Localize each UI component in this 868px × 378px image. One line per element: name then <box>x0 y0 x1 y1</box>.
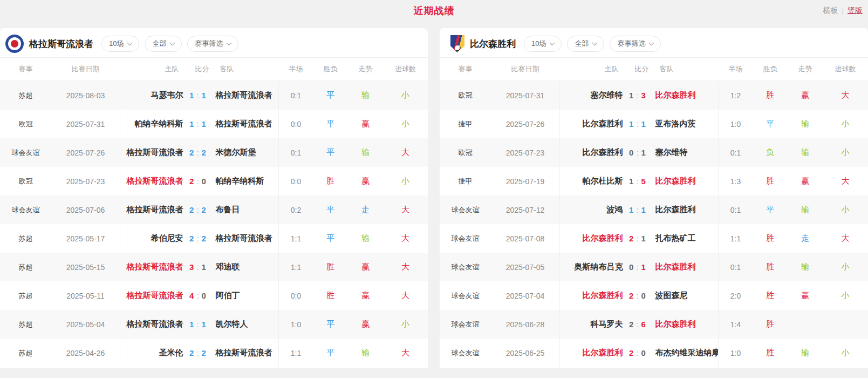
table-row[interactable]: 欧冠2025-07-23比尔森胜利0:1塞尔维特0:1负输小 <box>440 138 868 167</box>
table-row[interactable]: 球会友谊2025-07-12波鸿1:1比尔森胜利0:1平输小 <box>440 195 868 224</box>
away-team[interactable]: 邓迪联 <box>213 262 279 272</box>
home-team[interactable]: 格拉斯哥流浪者 <box>120 147 183 158</box>
away-team[interactable]: 米德尔斯堡 <box>213 147 279 158</box>
home-team[interactable]: 格拉斯哥流浪者 <box>120 319 183 329</box>
away-team[interactable]: 亚布洛内茨 <box>652 119 719 129</box>
home-team[interactable]: 格拉斯哥流浪者 <box>120 291 183 301</box>
away-team[interactable]: 格拉斯哥流浪者 <box>213 119 279 129</box>
table-row[interactable]: 球会友谊2025-07-08比尔森胜利2:1扎布热矿工1:1胜走大 <box>440 224 868 253</box>
home-team[interactable]: 马瑟韦尔 <box>120 90 183 100</box>
away-team[interactable]: 格拉斯哥流浪者 <box>213 90 279 100</box>
away-team[interactable]: 布杰约维采迪纳摩 <box>652 348 719 358</box>
home-team[interactable]: 科马罗夫 <box>560 319 623 329</box>
result-cell: 胜 <box>753 348 788 358</box>
table-row[interactable]: 欧冠2025-07-23格拉斯哥流浪者2:0帕纳辛纳科斯0:0胜赢小 <box>0 167 428 195</box>
match-cell: 帕纳辛纳科斯1:1格拉斯哥流浪者 <box>120 110 279 138</box>
table-row[interactable]: 苏超2025-05-17希伯尼安2:2格拉斯哥流浪者1:1平输大 <box>0 224 428 253</box>
layout-link-horizontal[interactable]: 横板 <box>823 6 838 16</box>
table-row[interactable]: 球会友谊2025-07-26格拉斯哥流浪者2:2米德尔斯堡0:1平输大 <box>0 138 428 167</box>
home-team[interactable]: 比尔森胜利 <box>560 147 623 158</box>
trend-cell: 输 <box>788 262 823 272</box>
date-cell: 2025-05-04 <box>51 320 120 329</box>
home-team[interactable]: 帕尔杜比斯 <box>560 176 623 186</box>
table-row[interactable]: 苏超2025-04-26圣米伦2:2格拉斯哥流浪者1:1平输大 <box>0 339 428 367</box>
trend-cell: 输 <box>788 205 823 215</box>
result-cell: 胜 <box>313 291 348 301</box>
goals-cell: 小 <box>383 319 428 329</box>
goals-cell: 大 <box>383 348 428 358</box>
competition-filter-dropdown[interactable]: 赛事筛选 <box>610 36 661 52</box>
layout-link-vertical[interactable]: 竖版 <box>848 6 863 16</box>
trend-cell: 输 <box>788 147 823 158</box>
table-row[interactable]: 球会友谊2025-06-28科马罗夫2:6比尔森胜利1:4胜 <box>440 310 868 339</box>
score: 1:1 <box>183 119 213 129</box>
away-team[interactable]: 比尔森胜利 <box>652 319 719 329</box>
home-team[interactable]: 奥斯纳布吕克 <box>560 262 623 272</box>
result-cell: 平 <box>753 119 788 129</box>
home-team[interactable]: 格拉斯哥流浪者 <box>120 176 183 186</box>
table-body: 欧冠2025-07-31塞尔维特1:3比尔森胜利1:2胜赢大捷甲2025-07-… <box>440 81 868 367</box>
table-row[interactable]: 球会友谊2025-07-04比尔森胜利2:0波图森尼2:0胜赢小 <box>440 281 868 310</box>
table-row[interactable]: 球会友谊2025-06-25比尔森胜利2:0布杰约维采迪纳摩1:0胜输小 <box>440 339 868 367</box>
home-team[interactable]: 格拉斯哥流浪者 <box>120 262 183 272</box>
home-team[interactable]: 塞尔维特 <box>560 90 623 100</box>
away-team[interactable]: 阿伯丁 <box>213 291 279 301</box>
table-row[interactable]: 捷甲2025-07-26比尔森胜利1:1亚布洛内茨1:0平输小 <box>440 110 868 138</box>
home-team[interactable]: 格拉斯哥流浪者 <box>120 205 183 215</box>
plzen-crest-icon <box>450 35 464 53</box>
away-team[interactable]: 扎布热矿工 <box>652 233 719 244</box>
table-row[interactable]: 球会友谊2025-07-05奥斯纳布吕克0:1比尔森胜利0:1胜输小 <box>440 253 868 281</box>
half-score-cell: 1:0 <box>719 349 753 357</box>
panel-header: 比尔森胜利 10场 全部 赛事筛选 <box>440 28 868 58</box>
competition-filter-dropdown[interactable]: 赛事筛选 <box>187 36 238 52</box>
venue-filter-dropdown[interactable]: 全部 <box>567 36 604 52</box>
home-team[interactable]: 比尔森胜利 <box>560 233 623 244</box>
matches-count-dropdown[interactable]: 10场 <box>101 36 139 52</box>
goals-cell: 小 <box>823 262 868 272</box>
home-team[interactable]: 波鸿 <box>560 205 623 215</box>
competition-cell: 苏超 <box>0 348 51 358</box>
away-team[interactable]: 凯尔特人 <box>213 319 279 329</box>
home-team[interactable]: 希伯尼安 <box>120 233 183 244</box>
trend-cell: 输 <box>348 348 383 358</box>
table-row[interactable]: 苏超2025-05-15格拉斯哥流浪者3:1邓迪联1:1胜赢大 <box>0 253 428 281</box>
rangers-crest-icon <box>5 35 24 53</box>
chevron-down-icon <box>550 40 555 45</box>
away-team[interactable]: 帕纳辛纳科斯 <box>213 176 279 186</box>
table-row[interactable]: 苏超2025-05-11格拉斯哥流浪者4:0阿伯丁0:0胜赢大 <box>0 281 428 310</box>
matches-count-dropdown[interactable]: 10场 <box>524 36 562 52</box>
home-team[interactable]: 比尔森胜利 <box>560 119 623 129</box>
date-cell: 2025-07-06 <box>51 206 120 214</box>
home-team[interactable]: 帕纳辛纳科斯 <box>120 119 183 129</box>
half-score-cell: 1:3 <box>719 177 753 186</box>
table-row[interactable]: 苏超2025-05-04格拉斯哥流浪者1:1凯尔特人1:0平赢小 <box>0 310 428 339</box>
away-team[interactable]: 比尔森胜利 <box>652 262 719 272</box>
away-team[interactable]: 波图森尼 <box>652 291 719 301</box>
home-team[interactable]: 圣米伦 <box>120 348 183 358</box>
away-team[interactable]: 塞尔维特 <box>652 147 719 158</box>
away-team[interactable]: 比尔森胜利 <box>652 205 719 215</box>
home-team[interactable]: 比尔森胜利 <box>560 348 623 358</box>
away-team[interactable]: 格拉斯哥流浪者 <box>213 233 279 244</box>
table-row[interactable]: 球会友谊2025-07-06格拉斯哥流浪者2:2布鲁日0:2平走大 <box>0 195 428 224</box>
away-team[interactable]: 布鲁日 <box>213 205 279 215</box>
home-team[interactable]: 比尔森胜利 <box>560 291 623 301</box>
result-cell: 平 <box>313 119 348 129</box>
competition-cell: 球会友谊 <box>440 320 491 329</box>
half-score-cell: 1:0 <box>279 320 313 329</box>
result-cell: 平 <box>753 205 788 215</box>
table-row[interactable]: 捷甲2025-07-19帕尔杜比斯1:5比尔森胜利1:3胜赢大 <box>440 167 868 195</box>
score: 2:0 <box>623 291 652 300</box>
table-row[interactable]: 欧冠2025-07-31塞尔维特1:3比尔森胜利1:2胜赢大 <box>440 81 868 110</box>
away-team[interactable]: 格拉斯哥流浪者 <box>213 348 279 358</box>
column-header-goals: 进球数 <box>823 64 868 74</box>
score: 1:1 <box>183 320 213 329</box>
table-row[interactable]: 苏超2025-08-03马瑟韦尔1:1格拉斯哥流浪者0:1平输小 <box>0 81 428 110</box>
away-team[interactable]: 比尔森胜利 <box>652 90 719 100</box>
competition-cell: 球会友谊 <box>440 348 491 358</box>
half-score-cell: 0:2 <box>279 206 313 214</box>
venue-filter-dropdown[interactable]: 全部 <box>145 36 182 52</box>
away-team[interactable]: 比尔森胜利 <box>652 176 719 186</box>
table-row[interactable]: 欧冠2025-07-31帕纳辛纳科斯1:1格拉斯哥流浪者0:0平赢小 <box>0 110 428 138</box>
date-cell: 2025-07-26 <box>491 120 559 129</box>
